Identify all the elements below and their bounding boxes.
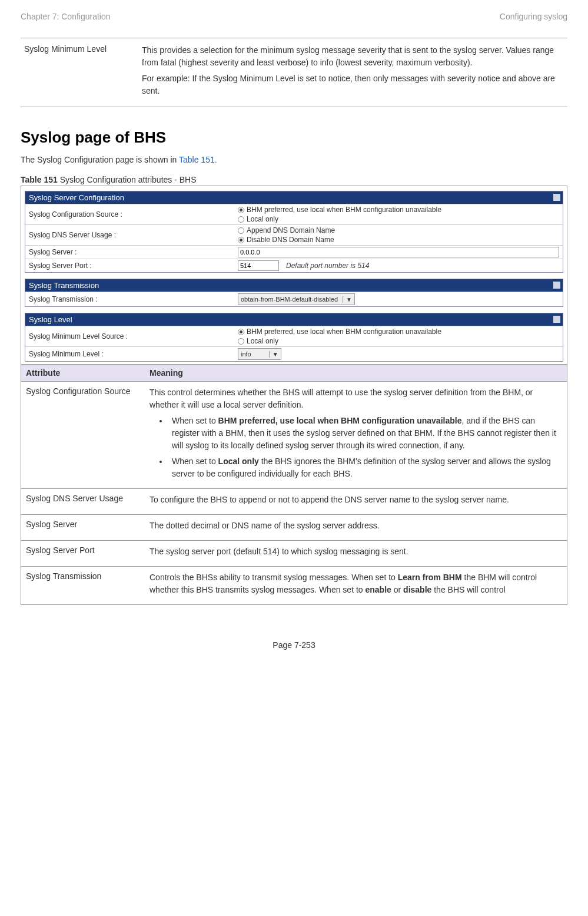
top-summary-table: Syslog Minimum Level This provides a sel… bbox=[21, 38, 567, 107]
config-table-container: Syslog Server Configuration Syslog Confi… bbox=[21, 186, 567, 605]
def-row-config-source: Syslog Configuration Source This control… bbox=[21, 382, 567, 489]
def-row-syslog-port: Syslog Server Port The syslog server por… bbox=[21, 541, 567, 567]
min-level-label: Syslog Minimum Level : bbox=[25, 348, 234, 361]
radio-local-only-label: Local only bbox=[247, 215, 278, 223]
page-header: Chapter 7: Configuration Configuring sys… bbox=[21, 12, 567, 21]
def-bullet: When set to Local only the BHS ignores t… bbox=[168, 455, 562, 480]
syslog-server-config-panel: Syslog Server Configuration Syslog Confi… bbox=[25, 191, 563, 273]
table-caption-text: Syslog Configuration attributes - BHS bbox=[58, 175, 197, 184]
ui-screenshot-area: Syslog Server Configuration Syslog Confi… bbox=[21, 186, 567, 364]
def-row-syslog-server: Syslog Server The dotted decimal or DNS … bbox=[21, 515, 567, 541]
syslog-port-label: Syslog Server Port : bbox=[25, 259, 234, 272]
radio-minlvl-local[interactable] bbox=[238, 338, 244, 345]
header-section: Configuring syslog bbox=[500, 12, 567, 21]
panel-title: Syslog Level bbox=[29, 315, 72, 324]
def-text: To configure the BHS to append or not to… bbox=[150, 494, 562, 506]
page-footer: Page 7-253 bbox=[21, 640, 567, 650]
min-level-select[interactable]: info ▼ bbox=[238, 348, 281, 360]
def-meaning: To configure the BHS to append or not to… bbox=[145, 489, 567, 514]
top-attr-name: Syslog Minimum Level bbox=[24, 44, 142, 101]
dns-usage-label: Syslog DNS Server Usage : bbox=[25, 229, 234, 242]
radio-disable-dns[interactable] bbox=[238, 237, 244, 243]
chevron-down-icon: ▼ bbox=[269, 351, 278, 358]
def-meaning: Controls the BHSs ability to transmit sy… bbox=[145, 567, 567, 604]
def-meaning: The syslog server port (default 514) to … bbox=[145, 541, 567, 566]
panel-collapse-icon[interactable] bbox=[553, 316, 560, 323]
radio-local-only[interactable] bbox=[238, 216, 244, 223]
top-meaning-p1: This provides a selection for the minimu… bbox=[142, 44, 564, 69]
syslog-port-input[interactable] bbox=[238, 260, 279, 271]
def-text: The syslog server port (default 514) to … bbox=[150, 545, 562, 558]
table-caption-number: Table 151 bbox=[21, 175, 58, 184]
def-text: Controls the BHSs ability to transmit sy… bbox=[150, 571, 562, 596]
intro-text: The Syslog Configuration page is shown i… bbox=[21, 155, 179, 164]
syslog-level-panel: Syslog Level Syslog Minimum Level Source… bbox=[25, 313, 563, 362]
table-reference-link[interactable]: Table 151. bbox=[179, 155, 217, 164]
transmission-select-value: obtain-from-BHM-default-disabled bbox=[241, 296, 343, 303]
def-meaning: The dotted decimal or DNS name of the sy… bbox=[145, 515, 567, 540]
top-attr-meaning: This provides a selection for the minimu… bbox=[142, 44, 564, 101]
table-caption: Table 151 Syslog Configuration attribute… bbox=[21, 175, 567, 184]
radio-minlvl-bhm-label: BHM preferred, use local when BHM config… bbox=[247, 328, 441, 336]
panel-title: Syslog Transmission bbox=[29, 281, 99, 290]
def-meaning: This control determines whether the BHS … bbox=[145, 382, 567, 488]
col-header-meaning: Meaning bbox=[145, 365, 567, 381]
def-bullet: When set to BHM preferred, use local whe… bbox=[168, 415, 562, 452]
panel-collapse-icon[interactable] bbox=[553, 282, 560, 289]
syslog-transmission-panel: Syslog Transmission Syslog Transmission … bbox=[25, 279, 563, 307]
panel-header-transmission: Syslog Transmission bbox=[25, 279, 563, 292]
min-level-source-label: Syslog Minimum Level Source : bbox=[25, 330, 234, 343]
transmission-label: Syslog Transmission : bbox=[25, 293, 234, 306]
syslog-server-input[interactable] bbox=[238, 247, 559, 257]
radio-append-dns-label: Append DNS Domain Name bbox=[247, 226, 335, 234]
definitions-header: Attribute Meaning bbox=[21, 364, 567, 382]
col-header-attribute: Attribute bbox=[21, 365, 145, 381]
chevron-down-icon: ▼ bbox=[343, 296, 352, 303]
syslog-server-label: Syslog Server : bbox=[25, 246, 234, 259]
def-attr: Syslog Server bbox=[21, 515, 145, 540]
radio-bhm-preferred-label: BHM preferred, use local when BHM config… bbox=[247, 206, 441, 214]
def-row-dns-usage: Syslog DNS Server Usage To configure the… bbox=[21, 489, 567, 515]
def-attr: Syslog Configuration Source bbox=[21, 382, 145, 488]
min-level-select-value: info bbox=[241, 350, 269, 358]
panel-header-level: Syslog Level bbox=[25, 313, 563, 326]
radio-minlvl-local-label: Local only bbox=[247, 337, 278, 345]
def-attr: Syslog Transmission bbox=[21, 567, 145, 604]
transmission-select[interactable]: obtain-from-BHM-default-disabled ▼ bbox=[238, 293, 355, 305]
intro-paragraph: The Syslog Configuration page is shown i… bbox=[21, 155, 567, 164]
def-attr: Syslog DNS Server Usage bbox=[21, 489, 145, 514]
def-text: The dotted decimal or DNS name of the sy… bbox=[150, 520, 562, 532]
section-heading: Syslog page of BHS bbox=[21, 128, 567, 147]
radio-minlvl-bhm[interactable] bbox=[238, 329, 244, 335]
panel-header-server-config: Syslog Server Configuration bbox=[25, 191, 563, 204]
port-default-note: Default port number is 514 bbox=[286, 262, 369, 270]
panel-collapse-icon[interactable] bbox=[553, 194, 560, 201]
def-row-syslog-transmission: Syslog Transmission Controls the BHSs ab… bbox=[21, 567, 567, 604]
top-meaning-p2: For example: If the Syslog Minimum Level… bbox=[142, 72, 564, 97]
header-chapter: Chapter 7: Configuration bbox=[21, 12, 111, 21]
radio-bhm-preferred[interactable] bbox=[238, 207, 244, 213]
radio-append-dns[interactable] bbox=[238, 227, 244, 234]
radio-disable-dns-label: Disable DNS Domain Name bbox=[247, 236, 334, 244]
def-text: This control determines whether the BHS … bbox=[150, 386, 562, 411]
panel-title: Syslog Server Configuration bbox=[29, 193, 124, 202]
config-source-label: Syslog Configuration Source : bbox=[25, 208, 234, 221]
def-attr: Syslog Server Port bbox=[21, 541, 145, 566]
